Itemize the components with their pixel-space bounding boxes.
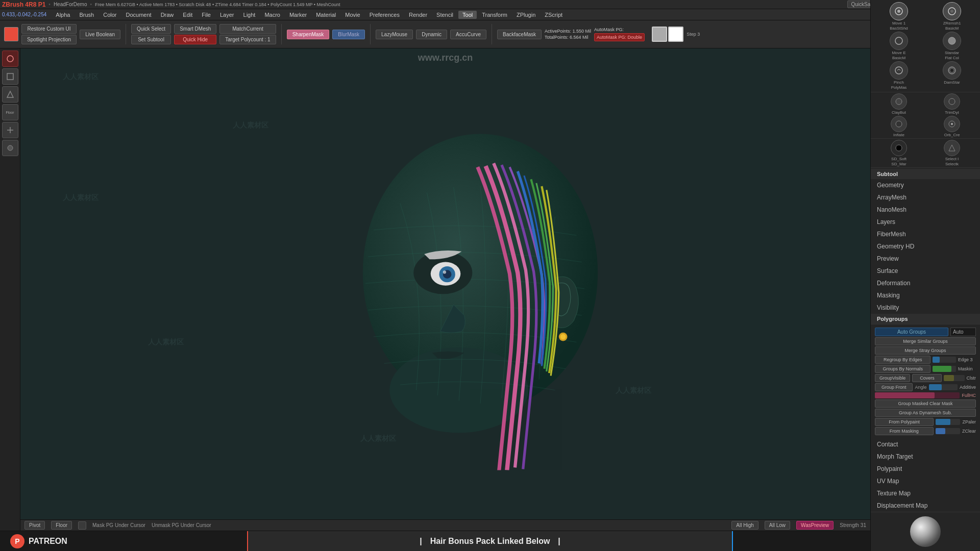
color-white[interactable]: [652, 27, 667, 42]
menu-zscript[interactable]: ZScript: [541, 11, 567, 19]
merge-similar-btn[interactable]: Merge Similar Groups: [875, 337, 976, 345]
section-polygroups[interactable]: Polygroups: [871, 314, 980, 324]
groups-normals-slider[interactable]: [933, 366, 956, 372]
menu-macro[interactable]: Macro: [260, 11, 284, 19]
brush-orb: Orb_Cre: [926, 116, 978, 137]
left-btn-1[interactable]: [2, 51, 18, 67]
was-preview-btn[interactable]: WasPreview: [796, 521, 834, 530]
menu-alpha[interactable]: Alpha: [52, 11, 74, 19]
color-swatch-main[interactable]: [4, 27, 18, 41]
menu-file[interactable]: File: [198, 11, 215, 19]
menu-color[interactable]: Color: [99, 11, 120, 19]
dynamic-btn[interactable]: Dynamic: [416, 30, 447, 39]
from-masking-btn[interactable]: From Masking: [875, 427, 934, 435]
smart-dmesh-btn[interactable]: Smart DMesh: [174, 24, 216, 34]
live-boolean-btn[interactable]: Live Boolean: [80, 30, 120, 39]
left-btn-3[interactable]: [2, 86, 18, 103]
set-subtool-btn[interactable]: Set Subtool: [131, 35, 171, 44]
groups-normals-btn[interactable]: Groups By Normals: [875, 365, 930, 373]
menu-render[interactable]: Render: [405, 11, 431, 19]
step-label: Step 3: [687, 32, 700, 37]
menu-morph-target[interactable]: Morph Target: [871, 450, 980, 463]
quick-hide-btn[interactable]: Quick Hide: [174, 35, 216, 44]
left-btn-5[interactable]: [2, 140, 18, 156]
lazy-mouse-btn[interactable]: LazyMouse: [376, 30, 413, 39]
restore-custom-ui-btn[interactable]: Restore Custom UI: [21, 24, 77, 34]
group-masked-clear-btn[interactable]: Group Masked Clear Mask: [875, 399, 976, 408]
menu-edit[interactable]: Edit: [179, 11, 197, 19]
color-white2[interactable]: [668, 27, 683, 42]
watermark-2: 人人素材区: [233, 121, 268, 130]
menu-masking[interactable]: Masking: [871, 289, 980, 302]
left-btn-floor[interactable]: Floor: [2, 104, 18, 120]
target-polycount-btn[interactable]: Target Polycount : 1: [219, 35, 276, 44]
menu-material[interactable]: Material: [312, 11, 340, 19]
menu-marker[interactable]: Marker: [285, 11, 311, 19]
left-btn-2[interactable]: [2, 68, 18, 85]
group-visible-slider[interactable]: [944, 375, 964, 381]
menu-transform[interactable]: Transform: [478, 11, 511, 19]
menu-displacement-map[interactable]: Displacement Map: [871, 499, 980, 512]
group-front-slider[interactable]: [929, 384, 958, 390]
menu-fibermesh[interactable]: FiberMesh: [871, 228, 980, 240]
quick-select-btn[interactable]: Quick Select: [131, 24, 171, 34]
menu-deformation[interactable]: Deformation: [871, 277, 980, 289]
auto-groups-btn[interactable]: Auto Groups: [875, 328, 948, 336]
from-masking-slider[interactable]: [936, 428, 960, 434]
menu-nanomesh[interactable]: NanoMesh: [871, 204, 980, 216]
blur-mask-btn[interactable]: BlurMask: [332, 30, 365, 39]
menu-subtool[interactable]: Subtool: [871, 169, 980, 179]
menu-stencil[interactable]: Stencil: [432, 11, 457, 19]
toolbar: Restore Custom UI Spotlight Projection L…: [0, 20, 870, 48]
top-bar: ZBrush 4R8 P1 • HeadForDemo • Free Mem 6…: [0, 0, 980, 9]
regroup-edges-slider[interactable]: [933, 357, 956, 363]
menu-polypaint[interactable]: Polypaint: [871, 463, 980, 475]
all-low-btn[interactable]: All Low: [765, 521, 790, 530]
menu-uv-map[interactable]: UV Map: [871, 475, 980, 487]
mem-info: Free Mem 6.627GB • Active Mem 1783 • Scr…: [95, 2, 340, 7]
menu-arraymesh[interactable]: ArrayMesh: [871, 191, 980, 204]
group-front-btn[interactable]: Group Front: [875, 383, 913, 391]
menu-preview[interactable]: Preview: [871, 253, 980, 265]
group-visible-btn[interactable]: GroupVisible: [875, 374, 910, 382]
menu-surface[interactable]: Surface: [871, 265, 980, 277]
svg-marker-33: [949, 145, 955, 151]
menu-light[interactable]: Light: [239, 11, 260, 19]
match-current-btn[interactable]: MatchCurrent: [219, 24, 276, 34]
covers-btn[interactable]: Covers: [912, 374, 942, 382]
menu-draw[interactable]: Draw: [157, 11, 178, 19]
group-as-dyn-btn[interactable]: Group As Dynamesh Sub.: [875, 409, 976, 417]
menu-zplugin[interactable]: ZPlugin: [512, 11, 540, 19]
menu-contact[interactable]: Contact: [871, 438, 980, 450]
menu-layer[interactable]: Layer: [216, 11, 238, 19]
floor-btn[interactable]: Floor: [51, 521, 72, 530]
menu-geometry[interactable]: Geometry: [871, 179, 980, 191]
menu-document[interactable]: Document: [121, 11, 155, 19]
menu-preferences[interactable]: Preferences: [365, 11, 404, 19]
watermark-3: 人人素材区: [63, 193, 99, 203]
from-polypaint-btn[interactable]: From Polypaint: [875, 418, 934, 426]
menu-movie[interactable]: Movie: [341, 11, 364, 19]
double-btn[interactable]: AutoMask PG: Double: [594, 33, 645, 41]
canvas-area[interactable]: 人人素材区 人人素材区 人人素材区 人人素材区 人人素材区 人人素材区 人人素材…: [20, 48, 870, 531]
pivot-btn[interactable]: Pivot: [24, 521, 45, 530]
from-polypaint-slider[interactable]: [936, 419, 961, 425]
sharpen-mask-btn[interactable]: SharpenMask: [287, 30, 330, 39]
all-high-btn[interactable]: All High: [731, 521, 758, 530]
menu-layers[interactable]: Layers: [871, 216, 980, 228]
menu-texture-map[interactable]: Texture Map: [871, 487, 980, 499]
menu-tool[interactable]: Tool: [458, 11, 477, 19]
left-btn-4[interactable]: [2, 122, 18, 138]
merge-stray-btn[interactable]: Merge Stray Groups: [875, 346, 976, 355]
accu-curve-btn[interactable]: AccuCurve: [450, 30, 486, 39]
backface-mask-btn[interactable]: BackfaceMask: [497, 30, 542, 39]
group-masked-slider[interactable]: [875, 392, 960, 398]
color-small[interactable]: [78, 521, 86, 530]
regroup-edges-btn[interactable]: Regroup By Edges: [875, 356, 930, 364]
separator-1: |: [420, 537, 422, 546]
menu-visibility[interactable]: Visibility: [871, 302, 980, 314]
menu-geometry-hd[interactable]: Geometry HD: [871, 240, 980, 253]
spotlight-projection-btn[interactable]: Spotlight Projection: [21, 35, 77, 44]
auto-groups-input[interactable]: [950, 328, 976, 336]
menu-brush[interactable]: Brush: [75, 11, 98, 19]
